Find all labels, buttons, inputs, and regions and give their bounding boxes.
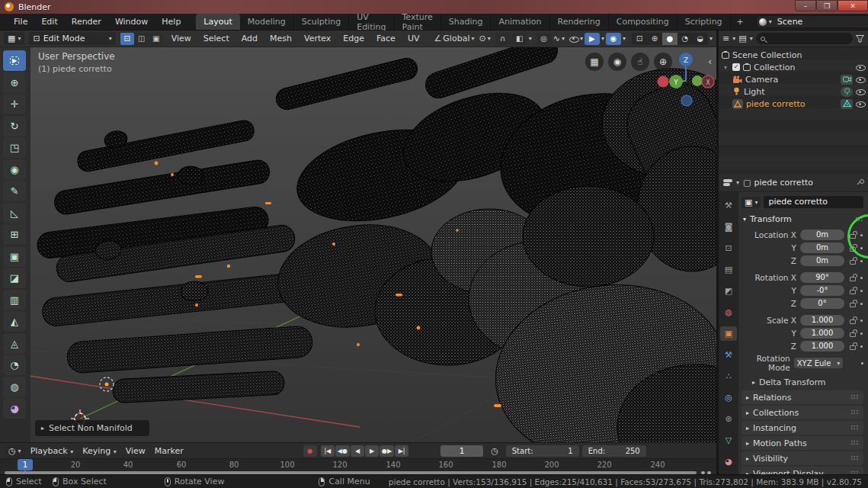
menu-file[interactable]: File [8,14,34,29]
outliner-row-light[interactable]: Light [719,85,868,98]
extrude-region-tool[interactable]: ⊞ [3,224,26,245]
jump-to-end-button[interactable]: ▶| [395,445,408,457]
location-y-field[interactable]: 0m [800,242,844,253]
workspace-tab-uv-editing[interactable]: UV Editing [349,14,394,30]
chevron-down-icon[interactable]: ▾ [601,35,604,42]
tab-tool[interactable]: ⚒ [720,198,737,213]
chevron-down-icon[interactable]: ▾ [709,35,713,42]
animate-dot[interactable] [860,303,863,305]
smooth-tool[interactable]: ◍ [3,377,26,397]
menu-edit[interactable]: Edit [35,14,63,29]
timeline-ruler[interactable]: 20 40 60 80 100 120 140 160 180 200 220 … [0,458,716,471]
face-select-button[interactable]: ▣ [149,33,163,45]
scale-tool[interactable]: ◳ [3,137,26,158]
outliner-display-mode-icon[interactable]: ≡ [722,34,729,43]
outliner-row-camera[interactable]: Camera [719,73,868,85]
scale-z-field[interactable]: 1.000 [800,341,844,352]
wireframe-shading-icon[interactable]: ⊕ [647,33,662,45]
snap-target-icon[interactable]: ◧ [512,33,527,45]
workspace-tab-animation[interactable]: Animation [491,14,549,30]
workspace-tab-shading[interactable]: Shading [441,14,492,30]
chevron-down-icon[interactable]: ▾ [623,35,626,42]
operator-panel[interactable]: ▸ Select Non Manifold [35,420,149,436]
pin-icon[interactable] [856,179,863,187]
animate-dot[interactable] [860,345,863,348]
chevron-down-icon[interactable]: ▾ [736,179,739,186]
hide-toggle-eye-icon[interactable] [856,63,865,72]
lock-icon[interactable] [850,303,856,307]
pivot-point-dropdown[interactable]: ⊙ ▾ [479,34,490,43]
panel-viewport-display[interactable]: ▸Viewport Display [741,467,863,474]
animate-dot[interactable] [860,319,863,322]
location-x-field[interactable]: 0m [800,230,844,240]
xray-toggle-icon[interactable]: ⊡ [632,33,647,45]
workspace-tab-compositing[interactable]: Compositing [609,14,677,30]
panel-visibility[interactable]: ▸Visibility [741,451,863,465]
select-box-tool[interactable]: ▶ [3,50,26,71]
menu-help[interactable]: Help [155,14,187,29]
menu-render[interactable]: Render [66,14,107,29]
tab-constraints[interactable]: ⊛ [720,412,737,426]
panel-expand-icon[interactable]: ▸ [41,425,44,432]
animate-dot[interactable] [860,260,863,262]
poly-build-tool[interactable]: ◬ [3,333,26,354]
workspace-tab-modeling[interactable]: Modeling [240,14,294,30]
panel-drag-grip[interactable] [850,425,859,431]
frame-end-field[interactable]: End:250 [582,445,646,457]
breadcrumb[interactable]: ▢ piede corretto [743,178,852,188]
tab-scene[interactable]: ◩ [720,284,737,298]
material-shading-icon[interactable]: ◔ [677,33,693,45]
move-tool[interactable]: ✛ [3,94,26,114]
workspace-tab-texture-paint[interactable]: Texture Paint [395,14,441,30]
tab-output[interactable]: ⊡ [720,241,737,255]
vertex-select-button[interactable]: ⊡ [120,33,134,45]
lock-icon[interactable] [850,319,856,324]
tab-physics[interactable]: ◎ [720,390,737,405]
outliner-row-piede-corretto[interactable]: piede corretto [719,98,868,110]
knife-tool[interactable]: ◭ [3,311,26,332]
transform-panel-header[interactable]: ▾ Transform [743,214,863,224]
close-button[interactable]: ✕ [838,0,868,11]
properties-editor-icon[interactable] [723,179,732,186]
workspace-tab-layout[interactable]: Layout [196,14,239,30]
playhead[interactable]: 1 [18,459,33,470]
panel-collections[interactable]: ▸Collections [741,406,863,419]
rotation-z-field[interactable]: 0° [800,298,844,309]
scale-x-field[interactable]: 1.000 [800,315,844,326]
menu-window[interactable]: Window [109,14,154,29]
spin-tool[interactable]: ◔ [3,355,26,375]
current-frame-field[interactable]: 1 [440,445,483,457]
tab-particles[interactable]: ∴ [720,369,737,384]
disclosure-triangle-icon[interactable]: ▾ [722,64,729,71]
rotate-tool[interactable]: ↻ [3,116,26,136]
tab-material[interactable]: ◕ [720,454,737,469]
shrink-fatten-tool[interactable]: ◕ [3,398,26,419]
add-workspace-button[interactable]: + [731,14,750,30]
rotation-y-field[interactable]: -0° [800,285,844,296]
bevel-tool[interactable]: ◪ [3,268,26,288]
rendered-shading-icon[interactable]: ◒ [693,33,708,45]
visibility-icon[interactable] [569,34,578,43]
scale-y-field[interactable]: 1.000 [800,328,844,339]
animate-dot[interactable] [860,277,863,279]
navigation-gizmo[interactable]: Z Y X [657,50,715,108]
outliner-search-input[interactable] [756,33,853,44]
lock-icon[interactable] [850,290,856,294]
toggle-perspective-icon[interactable]: ▦ [585,53,604,71]
gizmo-x-label[interactable]: X [706,79,710,86]
play-reverse-button[interactable]: ◀ [351,445,364,457]
prev-keyframe-button[interactable]: ◀● [335,445,350,457]
collection-checkbox[interactable]: ✓ [732,63,740,71]
cursor-tool[interactable]: ⊕ [3,72,26,93]
panel-drag-grip[interactable] [850,394,859,400]
menu-face[interactable]: Face [373,32,399,45]
chevron-down-icon[interactable]: ▾ [732,35,735,42]
loop-cut-tool[interactable]: ▥ [3,290,26,310]
rotation-mode-dropdown[interactable]: XYZ Eule ▾ [794,358,844,368]
record-button[interactable]: ● [303,445,317,457]
panel-motion-paths[interactable]: ▸Motion Paths [741,436,863,450]
next-keyframe-button[interactable]: ●▶ [380,445,394,457]
minimize-button[interactable]: – [795,0,816,11]
hide-toggle-eye-icon[interactable] [856,100,865,108]
menu-vertex[interactable]: Vertex [300,32,335,45]
